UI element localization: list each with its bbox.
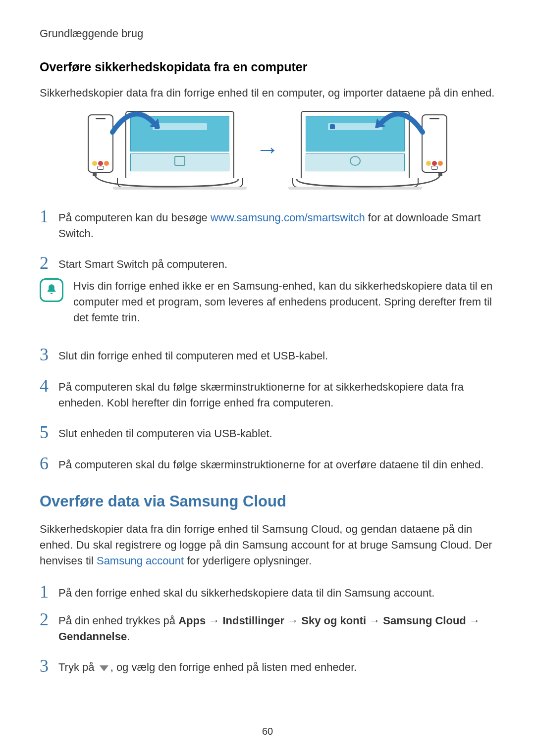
step-a4: 4 På computeren skal du følge skærminstr… bbox=[40, 377, 495, 411]
page-header: Grundlæggende brug bbox=[40, 27, 495, 40]
step-text: På computeren skal du følge skærminstruk… bbox=[58, 377, 495, 411]
dropdown-triangle-icon bbox=[99, 660, 109, 676]
step-text: På din enhed trykkes på Apps → Indstilli… bbox=[58, 610, 495, 645]
step-number: 1 bbox=[40, 583, 58, 602]
step-text: Slut din forrige enhed til computeren me… bbox=[58, 346, 328, 364]
step-number: 1 bbox=[40, 207, 58, 226]
step-text: På den forrige enhed skal du sikkerhedsk… bbox=[58, 583, 434, 601]
step-number: 3 bbox=[40, 657, 58, 676]
step-text: Tryk på , og vælg den forrige enhed på l… bbox=[58, 657, 357, 676]
right-arrow-icon: → bbox=[256, 136, 279, 163]
note-bell-icon bbox=[40, 278, 63, 302]
diagram-left bbox=[88, 111, 244, 188]
diagram-right bbox=[291, 111, 447, 188]
step-a6: 6 På computeren skal du følge skærminstr… bbox=[40, 454, 495, 473]
step-number: 2 bbox=[40, 610, 58, 629]
step-b2: 2 På din enhed trykkes på Apps → Indstil… bbox=[40, 610, 495, 645]
step-a1: 1 På computeren kan du besøge www.samsun… bbox=[40, 207, 495, 242]
diagram-row: → bbox=[40, 111, 495, 188]
step-text: Slut enheden til computeren via USB-kabl… bbox=[58, 423, 272, 442]
arc-arrow-icon bbox=[374, 108, 427, 136]
arc-arrow-icon bbox=[108, 108, 160, 136]
step-text: På computeren kan du besøge www.samsung.… bbox=[58, 207, 495, 242]
step-a5: 5 Slut enheden til computeren via USB-ka… bbox=[40, 423, 495, 442]
step-number: 6 bbox=[40, 454, 58, 473]
usb-cable-icon bbox=[292, 172, 445, 189]
intro1-text: Sikkerhedskopier data fra din forrige en… bbox=[40, 85, 495, 101]
smartswitch-link[interactable]: www.samsung.com/smartswitch bbox=[211, 211, 365, 224]
step-number: 4 bbox=[40, 377, 58, 396]
note-text: Hvis din forrige enhed ikke er en Samsun… bbox=[73, 278, 495, 326]
svg-marker-4 bbox=[100, 665, 108, 671]
samsung-account-link[interactable]: Samsung account bbox=[97, 554, 184, 567]
step-b3: 3 Tryk på , og vælg den forrige enhed på… bbox=[40, 657, 495, 676]
step-number: 3 bbox=[40, 346, 58, 364]
section2-title: Overføre data via Samsung Cloud bbox=[40, 493, 495, 510]
usb-cable-icon bbox=[90, 172, 243, 189]
page-number: 60 bbox=[262, 726, 273, 737]
step-number: 2 bbox=[40, 254, 58, 273]
svg-rect-1 bbox=[93, 172, 97, 176]
step-a3: 3 Slut din forrige enhed til computeren … bbox=[40, 346, 495, 364]
step-a2: 2 Start Smart Switch på computeren. bbox=[40, 254, 495, 273]
step-b1: 1 På den forrige enhed skal du sikkerhed… bbox=[40, 583, 495, 602]
intro2-text: Sikkerhedskopier data fra din forrige en… bbox=[40, 521, 495, 569]
step-text: Start Smart Switch på computeren. bbox=[58, 254, 227, 272]
note-row: Hvis din forrige enhed ikke er en Samsun… bbox=[40, 278, 495, 326]
step-number: 5 bbox=[40, 423, 58, 442]
step-text: På computeren skal du følge skærminstruk… bbox=[58, 454, 483, 473]
section1-heading: Overføre sikkerhedskopidata fra en compu… bbox=[40, 60, 495, 74]
